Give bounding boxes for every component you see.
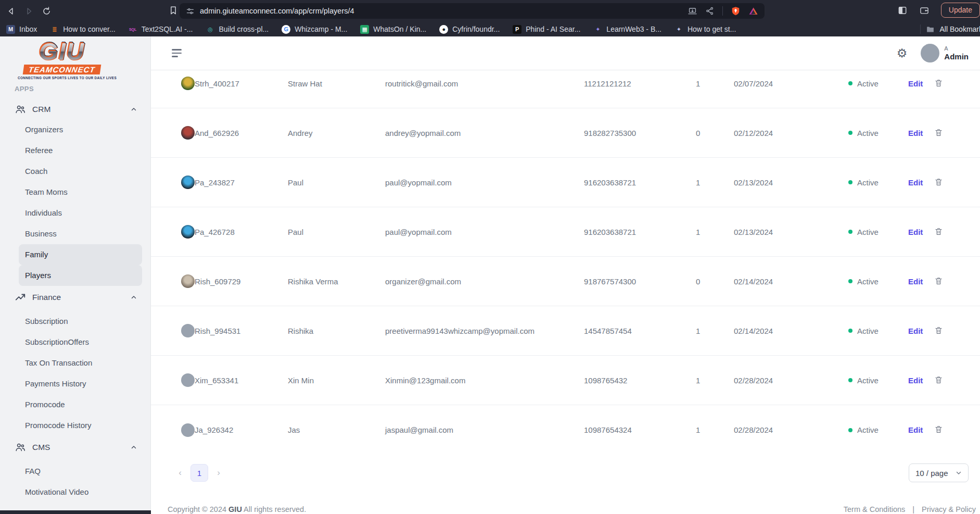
status-dot-icon xyxy=(848,378,852,382)
back-button[interactable] xyxy=(4,4,18,18)
edit-link[interactable]: Edit xyxy=(908,425,923,434)
browser-chrome: admin.giuteamconnect.com/app/crm/players… xyxy=(0,0,980,36)
sidebar-item-tax-on-transaction[interactable]: Tax On Transaction xyxy=(0,353,150,373)
bookmark-item-learnweb3[interactable]: ✦LearnWeb3 - B... xyxy=(593,25,661,34)
trash-icon[interactable] xyxy=(934,424,943,434)
status-label: Active xyxy=(857,327,879,335)
table-row: Strh_400217 Straw Hat routritick@gmail.c… xyxy=(151,70,980,108)
site-settings-icon[interactable] xyxy=(186,7,195,16)
status-label: Active xyxy=(857,228,879,236)
page-number-button[interactable]: 1 xyxy=(190,464,208,482)
sidebar-item-family[interactable]: Family xyxy=(19,244,142,265)
bookmark-item-buildcross[interactable]: ◎Build cross-pl... xyxy=(206,25,269,34)
sidebar-panel-icon[interactable] xyxy=(897,5,908,16)
trash-icon[interactable] xyxy=(934,325,943,335)
sidebar-item-business[interactable]: Business xyxy=(0,223,150,244)
app-logo[interactable]: GIU TEAMCONNECT CONNECTING OUR SPORTS LI… xyxy=(18,41,106,80)
status-badge: Active xyxy=(848,129,908,137)
player-phone: 1098765432 xyxy=(584,376,696,385)
menu-toggle-icon[interactable] xyxy=(172,49,182,57)
install-app-icon[interactable] xyxy=(688,6,697,16)
trash-icon[interactable] xyxy=(934,78,943,87)
stackoverflow-icon: ≣ xyxy=(50,25,59,34)
sidebar-item-referee[interactable]: Referee xyxy=(0,140,150,161)
bookmark-item-whatson[interactable]: ▦WhatsOn / Kin... xyxy=(360,25,426,34)
edit-link[interactable]: Edit xyxy=(908,376,923,385)
url-bar[interactable]: admin.giuteamconnect.com/app/crm/players… xyxy=(180,3,765,19)
update-button[interactable]: Update xyxy=(941,3,980,18)
bookmark-item-howtoconvert[interactable]: ≣How to conver... xyxy=(50,25,115,34)
reload-button[interactable] xyxy=(40,4,53,18)
sheets-icon: ▦ xyxy=(360,25,369,34)
brave-shield-icon[interactable] xyxy=(731,6,741,16)
url-text[interactable]: admin.giuteamconnect.com/app/crm/players… xyxy=(200,7,688,15)
bookmark-item-howtogetstarted[interactable]: ✦How to get st... xyxy=(674,25,736,34)
bookmark-item-inbox[interactable]: MInbox xyxy=(6,25,37,34)
bookmark-item-phind[interactable]: PPhind - AI Sear... xyxy=(513,25,580,34)
sidebar-item-faq[interactable]: FAQ xyxy=(0,461,150,482)
profile-menu[interactable]: A Admin xyxy=(944,45,969,61)
edit-link[interactable]: Edit xyxy=(908,178,923,187)
edit-link[interactable]: Edit xyxy=(908,129,923,137)
sidebar-group-cms[interactable]: CMS xyxy=(0,438,150,457)
forward-button[interactable] xyxy=(22,4,35,18)
trash-icon[interactable] xyxy=(934,227,943,236)
sidebar-item-promocode[interactable]: Promocode xyxy=(0,394,150,415)
status-dot-icon xyxy=(848,329,852,333)
table-row: Pa_426728 Paul paul@yopmail.com 91620363… xyxy=(151,207,980,257)
players-table: Strh_400217 Straw Hat routritick@gmail.c… xyxy=(151,70,980,455)
terms-link[interactable]: Term & Conditions xyxy=(844,505,905,513)
edit-link[interactable]: Edit xyxy=(908,277,923,286)
wallet-icon[interactable] xyxy=(919,5,930,16)
trash-icon[interactable] xyxy=(934,177,943,186)
share-icon[interactable] xyxy=(705,6,715,16)
sidebar-item-coach[interactable]: Coach xyxy=(0,161,150,182)
bookmark-item-text2sql[interactable]: SQLText2SQL.AI -... xyxy=(129,25,193,34)
sidebar-item-motivational-video[interactable]: Motivational Video xyxy=(0,482,150,503)
trash-icon[interactable] xyxy=(934,128,943,137)
sidebar-item-players[interactable]: Players xyxy=(19,265,142,286)
player-avatar xyxy=(181,77,195,90)
sidebar-item-subscriptionoffers[interactable]: SubscriptionOffers xyxy=(0,332,150,353)
sidebar-group-crm[interactable]: CRM xyxy=(0,100,150,119)
sidebar-item-organizers[interactable]: Organizers xyxy=(0,119,150,140)
footer: Copyright © 2024 GIU All rights reserved… xyxy=(168,505,976,513)
status-badge: Active xyxy=(848,79,908,88)
prev-page-button[interactable]: ‹ xyxy=(173,468,187,478)
edit-link[interactable]: Edit xyxy=(908,79,923,88)
bookmark-icon[interactable] xyxy=(168,5,179,16)
sidebar-item-promocode-history[interactable]: Promocode History xyxy=(0,415,150,436)
bookmark-item-cyfrin[interactable]: ●Cyfrin/foundr... xyxy=(439,25,500,34)
status-label: Active xyxy=(857,79,879,88)
trash-icon[interactable] xyxy=(934,375,943,384)
bookmark-item-whizcamp[interactable]: GWhizcamp - M... xyxy=(282,25,347,34)
next-page-button[interactable]: › xyxy=(211,468,226,478)
edit-link[interactable]: Edit xyxy=(908,327,923,335)
privacy-link[interactable]: Privacy & Policy xyxy=(922,505,976,513)
trash-icon[interactable] xyxy=(934,276,943,285)
player-phone: 14547857454 xyxy=(584,327,696,335)
sidebar-group-finance[interactable]: Finance xyxy=(0,288,150,307)
sidebar-item-team-moms[interactable]: Team Moms xyxy=(0,182,150,203)
player-avatar xyxy=(181,324,195,337)
profile-name: Admin xyxy=(944,52,969,61)
chrome-actions: Update xyxy=(897,3,980,18)
status-badge: Active xyxy=(848,277,908,286)
player-username: And_662926 xyxy=(195,129,239,137)
player-username: Rish_994531 xyxy=(195,327,240,335)
player-name: Paul xyxy=(288,178,385,187)
brave-rewards-icon[interactable] xyxy=(748,6,758,16)
sidebar-item-payments-history[interactable]: Payments History xyxy=(0,373,150,394)
screen: admin.giuteamconnect.com/app/crm/players… xyxy=(0,0,980,514)
all-bookmarks[interactable]: All Bookmarks xyxy=(920,22,980,36)
edit-link[interactable]: Edit xyxy=(908,228,923,236)
status-badge: Active xyxy=(848,425,908,434)
sidebar-item-subscription[interactable]: Subscription xyxy=(0,311,150,332)
status-badge: Active xyxy=(848,376,908,385)
page-size-select[interactable]: 10 / page xyxy=(909,463,969,482)
profile-avatar[interactable] xyxy=(921,44,939,62)
sidebar-item-individuals[interactable]: Individuals xyxy=(0,203,150,223)
player-date: 02/14/2024 xyxy=(734,277,848,286)
main-content: ⚙ A Admin Strh_400217 Straw Hat routriti… xyxy=(151,36,980,514)
settings-gear-icon[interactable]: ⚙ xyxy=(897,46,908,60)
